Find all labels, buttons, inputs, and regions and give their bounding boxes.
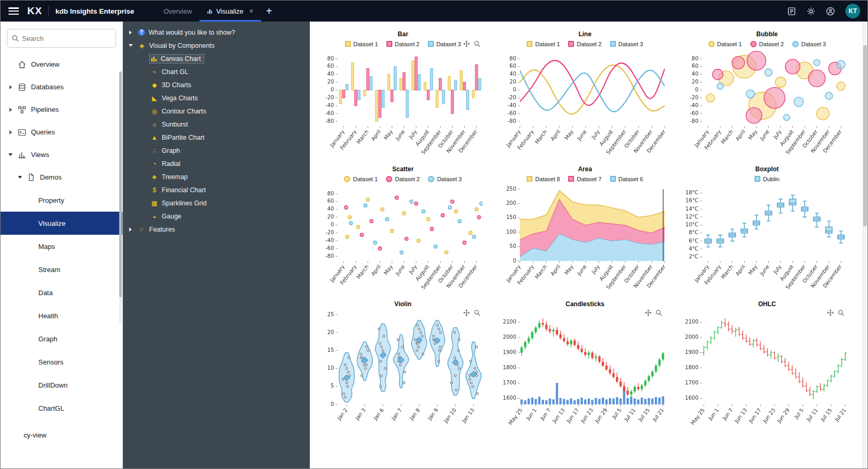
sidebar-item-drilldown[interactable]: DrillDown: [1, 373, 122, 397]
chart-legend: Dataset 1Dataset 2Dataset 3: [708, 39, 826, 48]
line-chart-canvas[interactable]: [498, 49, 672, 161]
chart-title: Line: [579, 30, 592, 38]
kx-logo: KX: [27, 5, 42, 17]
legend-item[interactable]: Dataset 2: [386, 176, 420, 182]
tree-item-financial-chart[interactable]: $Financial Chart: [123, 183, 310, 196]
zoom-icon[interactable]: [838, 309, 844, 316]
chevron-right-icon[interactable]: [9, 130, 12, 134]
sidebar-item-stream[interactable]: Stream: [1, 258, 122, 281]
tree-item-graph[interactable]: ∴Graph: [123, 144, 310, 157]
zoom-icon[interactable]: [474, 40, 480, 47]
pan-icon[interactable]: [463, 309, 470, 316]
sidebar-item-queries[interactable]: Queries: [1, 121, 122, 143]
legend-item[interactable]: Dataset 2: [386, 41, 420, 47]
legend-item[interactable]: Dataset 3: [428, 176, 462, 182]
chevron-down-icon[interactable]: [8, 153, 13, 156]
main-scrollbar[interactable]: [863, 22, 867, 468]
boxplot-chart-canvas[interactable]: [680, 184, 854, 296]
tree-item-contour-charts[interactable]: ◎Contour Charts: [123, 105, 310, 118]
chart-title: Boxplot: [755, 165, 779, 173]
legend-item[interactable]: Dataset 1: [345, 41, 378, 47]
tree-item-visual-by-components[interactable]: ◈Visual by Components: [123, 39, 310, 52]
legend-item[interactable]: Dataset 3: [792, 41, 826, 47]
sidebar-item-databases[interactable]: Databases: [1, 76, 122, 98]
sidebar-item-views[interactable]: Views: [1, 143, 122, 166]
tab-overview[interactable]: Overview: [156, 1, 199, 22]
sidebar-item-label: Property: [38, 196, 64, 204]
tree-item-canvas-chart[interactable]: Canvas Chart: [123, 52, 310, 65]
legend-item[interactable]: Dataset 6: [610, 176, 643, 182]
legend-item[interactable]: Dataset 1: [527, 41, 560, 47]
legend-item[interactable]: Dataset 3: [428, 41, 461, 47]
close-tab-icon[interactable]: ×: [249, 7, 253, 15]
ohlc-chart-canvas[interactable]: [680, 309, 854, 432]
legend-item[interactable]: Dataset 7: [568, 176, 601, 182]
tree-item-sunburst[interactable]: ☼Sunburst: [123, 118, 310, 131]
zoom-icon[interactable]: [474, 309, 480, 316]
new-tab-button[interactable]: +: [266, 6, 273, 16]
hamburger-menu-icon[interactable]: [8, 7, 19, 15]
tree-item-vega-charts[interactable]: ◣Vega Charts: [123, 91, 310, 105]
sidebar-item-chartgl[interactable]: ChartGL: [1, 397, 122, 420]
zoom-icon[interactable]: [655, 309, 662, 316]
sidebar-scrollbar[interactable]: [119, 71, 122, 324]
sidebar-item-visualize[interactable]: Visualize: [1, 212, 122, 235]
tree-item-bipartite-chart[interactable]: ▲BiPartite Chart: [123, 131, 310, 144]
legend-item[interactable]: Dataset 8: [527, 176, 560, 182]
chevron-right-icon[interactable]: [9, 108, 12, 112]
avatar[interactable]: KT: [845, 4, 860, 18]
area-chart-canvas[interactable]: [498, 184, 672, 296]
tree-item-radial[interactable]: ◔Radial: [123, 157, 310, 170]
chart-legend: Dataset 1Dataset 2Dataset 3: [344, 174, 462, 183]
sidebar-item-property[interactable]: Property: [1, 189, 122, 212]
tree-item-what-would-you-like-to-show[interactable]: ?What would you like to show?: [123, 26, 310, 39]
legend-label: Dataset 1: [717, 41, 742, 47]
legend-item[interactable]: Dataset 1: [708, 41, 742, 47]
legend-item[interactable]: Dataset 3: [610, 41, 643, 47]
sidebar-item-pipelines[interactable]: Pipelines: [1, 98, 122, 121]
tree-item-gauge[interactable]: ◒Gauge: [123, 210, 310, 223]
legend-item[interactable]: Dataset 2: [750, 41, 784, 47]
search-input[interactable]: [22, 35, 96, 43]
legend-swatch: [610, 41, 616, 47]
pan-icon[interactable]: [463, 40, 470, 47]
pan-icon[interactable]: [827, 309, 834, 316]
legend-item[interactable]: Dataset 2: [568, 41, 601, 47]
violin-chart-canvas[interactable]: [316, 309, 490, 432]
sidebar-item-maps[interactable]: Maps: [1, 235, 122, 258]
bar-chart-canvas[interactable]: [316, 49, 490, 161]
tree-item-label: Canvas Chart: [161, 55, 201, 62]
tree-item-features[interactable]: ☞Features: [123, 223, 310, 236]
legend-item[interactable]: Dataset 1: [344, 176, 378, 182]
notes-icon[interactable]: [787, 7, 796, 16]
user-info-icon[interactable]: [826, 7, 835, 16]
sidebar-item-demos[interactable]: Demos: [1, 166, 122, 189]
tree-collapsed-arrow-icon[interactable]: [129, 30, 132, 35]
scatter-chart-canvas[interactable]: [316, 184, 490, 296]
sidebar-item-overview[interactable]: Overview: [1, 53, 122, 76]
chart-card-scatter: ScatterDataset 1Dataset 2Dataset 3: [312, 161, 494, 296]
sidebar-item-health[interactable]: Health: [1, 304, 122, 327]
chevron-right-icon[interactable]: [9, 85, 12, 89]
legend-item[interactable]: Dublin: [755, 176, 779, 182]
tree-expanded-arrow-icon[interactable]: [129, 44, 133, 47]
views-icon: [18, 151, 26, 159]
tab-visualize[interactable]: Visualize×: [200, 1, 261, 22]
sidebar-item-data[interactable]: Data: [1, 281, 122, 304]
tree-item-sparklines-grid[interactable]: ▦Sparklines Grid: [123, 196, 310, 210]
tree-collapsed-arrow-icon[interactable]: [129, 227, 132, 232]
tree-item-3d-charts[interactable]: ◆3D Charts: [123, 78, 310, 91]
sidebar-item-label: Databases: [31, 83, 64, 91]
sidebar-item-graph[interactable]: Graph: [1, 327, 122, 350]
bubble-chart-canvas[interactable]: [680, 49, 854, 161]
tree-item-treemap[interactable]: ♣Treemap: [123, 170, 310, 183]
pan-icon[interactable]: [645, 309, 652, 316]
chevron-down-icon[interactable]: [18, 176, 22, 179]
sidebar-item-sensors[interactable]: Sensors: [1, 350, 122, 373]
tree-item-chart-gl[interactable]: ≈Chart GL: [123, 65, 310, 78]
candlesticks-chart-canvas[interactable]: [498, 309, 672, 432]
legend-label: Dataset 1: [535, 41, 560, 47]
sidebar-item-cy-view[interactable]: cy-view: [1, 427, 122, 443]
gear-icon[interactable]: [807, 7, 815, 16]
legend-label: Dataset 3: [801, 41, 826, 47]
